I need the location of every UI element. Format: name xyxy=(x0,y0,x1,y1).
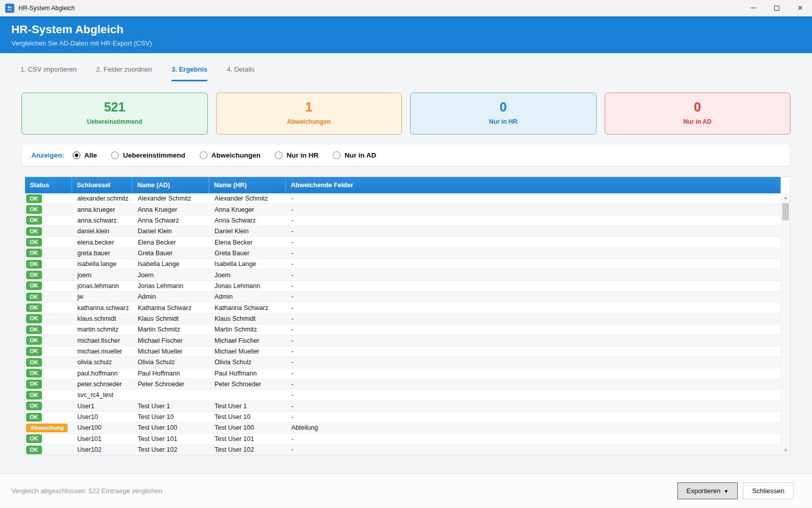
filter-radio-uebereinstimmend[interactable]: Uebereinstimmend xyxy=(111,151,185,159)
tab-1[interactable]: 1. CSV importieren xyxy=(20,65,77,81)
cell-name-hr: Katharina Schwarz xyxy=(209,304,286,312)
cell-abweichende-felder: - xyxy=(286,293,781,300)
cell-status: OK xyxy=(25,216,72,225)
status-badge: OK xyxy=(26,358,42,367)
cell-name-ad: Admin xyxy=(133,293,209,300)
cell-name-hr: Michael Mueller xyxy=(209,348,286,355)
table-row[interactable]: OKjwAdminAdmin- xyxy=(25,292,781,302)
cell-name-hr: Test User 102 xyxy=(209,446,286,453)
cell-name-ad: Anna Schwarz xyxy=(133,217,209,224)
table-row[interactable]: OKisabella.langeIsabella LangeIsabella L… xyxy=(25,259,781,270)
cell-name-ad: Elena Becker xyxy=(133,239,209,246)
card-value: 1 xyxy=(217,100,402,115)
table-row[interactable]: OKmichael.fischerMichael FischerMichael … xyxy=(25,335,781,346)
cell-schluessel: peter.schroeder xyxy=(72,381,133,388)
cell-status: OK xyxy=(25,271,72,279)
scrollbar-thumb[interactable] xyxy=(782,203,789,220)
table-row[interactable]: OKalexander.schmitzAlexander SchmitzAlex… xyxy=(25,193,781,204)
cell-abweichende-felder: - xyxy=(286,446,781,453)
table-row[interactable]: OKUser101Test User 101Test User 101- xyxy=(25,434,781,445)
table-row[interactable]: OKpeter.schroederPeter SchroederPeter Sc… xyxy=(25,379,781,390)
table-row[interactable]: OKsvc_rc4_test- xyxy=(25,390,781,401)
filter-radio-alle[interactable]: Alle xyxy=(73,151,97,159)
column-header-name-ad[interactable]: Name (AD) xyxy=(133,177,208,193)
table-row[interactable]: AbweichungUser100Test User 100Test User … xyxy=(25,423,781,433)
cell-status: OK xyxy=(25,227,72,236)
cell-name-ad: Martin Schmitz xyxy=(133,326,209,333)
cell-abweichende-felder: - xyxy=(286,228,781,235)
cell-name-ad: Michael Fischer xyxy=(133,337,209,344)
cell-abweichende-felder: - xyxy=(286,195,781,202)
minimize-button[interactable] xyxy=(741,0,765,16)
cell-name-ad: Alexander Schmitz xyxy=(133,195,209,202)
scroll-down-icon[interactable]: ▼ xyxy=(781,446,790,455)
table-row[interactable]: OKolivia.schulzOlivia SchulzOlivia Schul… xyxy=(25,357,781,368)
table-row[interactable]: OKanna.schwarzAnna SchwarzAnna Schwarz- xyxy=(25,215,781,226)
schliessen-button[interactable]: Schliessen xyxy=(743,482,794,499)
table-row[interactable]: OKmartin.schmitzMartin SchmitzMartin Sch… xyxy=(25,324,781,335)
cell-name-ad: Test User 10 xyxy=(133,413,209,421)
filter-radio-nur-in-hr[interactable]: Nur in HR xyxy=(275,151,318,159)
cell-abweichende-felder: - xyxy=(286,326,781,333)
cell-name-hr: Greta Bauer xyxy=(209,250,286,257)
cell-name-ad: Michael Mueller xyxy=(133,348,209,355)
cell-abweichende-felder: - xyxy=(286,250,781,257)
cell-status: OK xyxy=(25,249,72,257)
radio-label: Abweichungen xyxy=(211,151,261,159)
radio-icon xyxy=(200,151,207,159)
column-header-schluessel[interactable]: Schluessel xyxy=(72,177,132,193)
card-value: 521 xyxy=(22,100,207,115)
cell-name-hr: Test User 101 xyxy=(209,435,286,443)
cell-abweichende-felder: - xyxy=(286,413,781,421)
export-button-label: Exportieren xyxy=(687,487,720,495)
column-header-abweichende-felder[interactable]: Abweichende Felder xyxy=(286,177,780,193)
table-row[interactable]: OKdaniel.kleinDaniel KleinDaniel Klein- xyxy=(25,226,781,237)
cell-name-ad: Isabella Lange xyxy=(133,260,209,268)
maximize-button[interactable] xyxy=(765,0,788,16)
table-row[interactable]: OKUser102Test User 102Test User 102- xyxy=(25,445,781,455)
close-button[interactable]: ✕ xyxy=(788,0,812,16)
table-header: Status Schluessel Name (AD) Name (HR) Ab… xyxy=(25,177,790,193)
status-badge: OK xyxy=(26,227,42,236)
tab-2[interactable]: 2. Felder zuordnen xyxy=(96,65,152,81)
cell-name-ad: Test User 102 xyxy=(133,446,209,453)
radio-icon xyxy=(275,151,283,159)
table-row[interactable]: OKgreta.bauerGreta BauerGreta Bauer- xyxy=(25,248,781,259)
cell-schluessel: anna.krueger xyxy=(72,206,133,213)
status-badge: OK xyxy=(26,347,42,356)
scroll-up-icon[interactable]: ▲ xyxy=(781,193,790,202)
cell-schluessel: greta.bauer xyxy=(72,250,133,257)
table-row[interactable]: OKjoernJoernJoern- xyxy=(25,270,781,280)
table-row[interactable]: OKklaus.schmidtKlaus SchmidtKlaus Schmid… xyxy=(25,314,781,324)
table-row[interactable]: OKUser1Test User 1Test User 1- xyxy=(25,401,781,412)
export-button[interactable]: Exportieren▼ xyxy=(677,482,738,499)
table-row[interactable]: OKpaul.hoffmannPaul HoffmannPaul Hoffman… xyxy=(25,368,781,379)
table-row[interactable]: OKkatharina.schwarzKatharina SchwarzKath… xyxy=(25,302,781,313)
filter-radio-abweichungen[interactable]: Abweichungen xyxy=(200,151,261,159)
cell-abweichende-felder: - xyxy=(286,435,781,443)
tab-4[interactable]: 4. Details xyxy=(227,65,254,81)
vertical-scrollbar[interactable]: ▲ ▼ xyxy=(781,193,790,455)
table-row[interactable]: OKelena.beckerElena BeckerElena Becker- xyxy=(25,237,781,248)
cell-schluessel: elena.becker xyxy=(72,239,133,246)
column-header-name-hr[interactable]: Name (HR) xyxy=(209,177,285,193)
tab-3[interactable]: 3. Ergebnis xyxy=(172,65,207,81)
summary-card-3: 0Nur in AD xyxy=(605,93,791,135)
table-row[interactable]: OKjonas.lehmannJonas LehmannJonas Lehman… xyxy=(25,281,781,292)
table-row[interactable]: OKanna.kruegerAnna KruegerAnna Krueger- xyxy=(25,204,781,215)
cell-schluessel: katharina.schwarz xyxy=(72,304,133,312)
card-label: Abweichungen xyxy=(217,118,402,125)
footer: Vergleich abgeschlossen: 522 Eintraege v… xyxy=(0,473,812,508)
column-header-status[interactable]: Status xyxy=(25,177,71,193)
table-row[interactable]: OKmichael.muellerMichael MuellerMichael … xyxy=(25,346,781,357)
cell-name-ad: Katharina Schwarz xyxy=(133,304,209,312)
cell-name-hr: Jonas Lehmann xyxy=(209,282,286,290)
cell-schluessel: jonas.lehmann xyxy=(72,282,133,290)
cell-abweichende-felder: - xyxy=(286,239,781,246)
status-badge: OK xyxy=(26,303,42,312)
cell-schluessel: User102 xyxy=(72,446,133,453)
filter-radio-nur-in-ad[interactable]: Nur in AD xyxy=(333,151,376,159)
status-badge: OK xyxy=(26,260,42,269)
radio-label: Uebereinstimmend xyxy=(123,151,185,159)
table-row[interactable]: OKUser10Test User 10Test User 10- xyxy=(25,412,781,423)
